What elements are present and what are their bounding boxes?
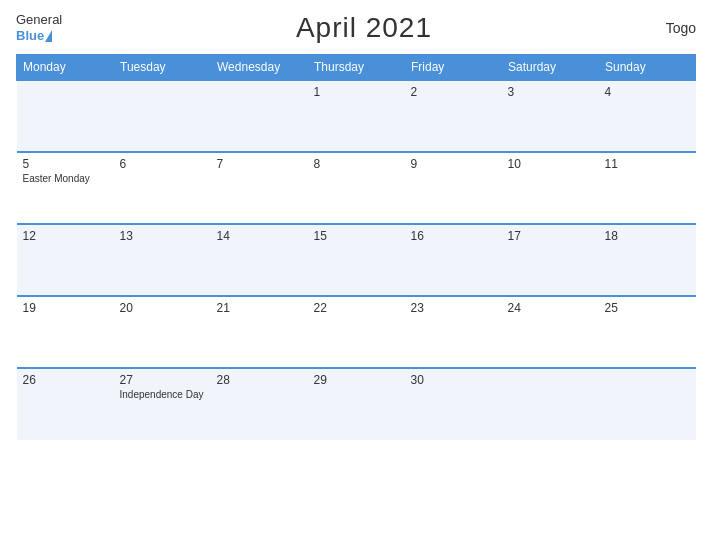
calendar-cell: 17 xyxy=(502,224,599,296)
day-number: 6 xyxy=(120,157,205,171)
logo: General Blue xyxy=(16,13,62,42)
day-number: 12 xyxy=(23,229,108,243)
calendar-week-row: 19202122232425 xyxy=(17,296,696,368)
calendar-cell: 26 xyxy=(17,368,114,440)
day-number: 14 xyxy=(217,229,302,243)
day-number: 18 xyxy=(605,229,690,243)
event-label: Independence Day xyxy=(120,389,205,400)
day-number: 30 xyxy=(411,373,496,387)
calendar-cell: 16 xyxy=(405,224,502,296)
header-friday: Friday xyxy=(405,55,502,81)
header-wednesday: Wednesday xyxy=(211,55,308,81)
calendar-cell: 18 xyxy=(599,224,696,296)
calendar-cell: 27Independence Day xyxy=(114,368,211,440)
day-number: 10 xyxy=(508,157,593,171)
header-thursday: Thursday xyxy=(308,55,405,81)
day-number: 1 xyxy=(314,85,399,99)
day-number: 23 xyxy=(411,301,496,315)
calendar-cell: 13 xyxy=(114,224,211,296)
calendar-cell: 12 xyxy=(17,224,114,296)
calendar-cell xyxy=(17,80,114,152)
day-number: 8 xyxy=(314,157,399,171)
day-number: 7 xyxy=(217,157,302,171)
day-number: 22 xyxy=(314,301,399,315)
calendar-title: April 2021 xyxy=(296,12,432,44)
country-label: Togo xyxy=(666,20,696,36)
calendar-cell: 4 xyxy=(599,80,696,152)
calendar-cell: 1 xyxy=(308,80,405,152)
header-sunday: Sunday xyxy=(599,55,696,81)
day-number: 26 xyxy=(23,373,108,387)
calendar-cell: 10 xyxy=(502,152,599,224)
day-number: 15 xyxy=(314,229,399,243)
logo-general-text: General xyxy=(16,13,62,27)
calendar-cell: 21 xyxy=(211,296,308,368)
day-number: 25 xyxy=(605,301,690,315)
day-number: 21 xyxy=(217,301,302,315)
day-number: 29 xyxy=(314,373,399,387)
day-number: 11 xyxy=(605,157,690,171)
calendar-week-row: 1234 xyxy=(17,80,696,152)
day-number: 16 xyxy=(411,229,496,243)
calendar-container: General Blue April 2021 Togo Monday Tues… xyxy=(0,0,712,550)
day-number: 28 xyxy=(217,373,302,387)
calendar-cell xyxy=(211,80,308,152)
calendar-week-row: 12131415161718 xyxy=(17,224,696,296)
calendar-cell: 28 xyxy=(211,368,308,440)
calendar-cell: 2 xyxy=(405,80,502,152)
calendar-cell: 19 xyxy=(17,296,114,368)
calendar-header: General Blue April 2021 Togo xyxy=(16,12,696,44)
day-number: 20 xyxy=(120,301,205,315)
day-number: 3 xyxy=(508,85,593,99)
calendar-cell: 11 xyxy=(599,152,696,224)
calendar-cell xyxy=(502,368,599,440)
calendar-cell: 8 xyxy=(308,152,405,224)
calendar-cell: 7 xyxy=(211,152,308,224)
calendar-cell: 22 xyxy=(308,296,405,368)
weekday-header-row: Monday Tuesday Wednesday Thursday Friday… xyxy=(17,55,696,81)
day-number: 5 xyxy=(23,157,108,171)
calendar-cell: 15 xyxy=(308,224,405,296)
day-number: 17 xyxy=(508,229,593,243)
calendar-cell: 25 xyxy=(599,296,696,368)
calendar-cell: 23 xyxy=(405,296,502,368)
calendar-cell xyxy=(599,368,696,440)
calendar-cell: 6 xyxy=(114,152,211,224)
calendar-cell: 29 xyxy=(308,368,405,440)
day-number: 9 xyxy=(411,157,496,171)
calendar-cell: 20 xyxy=(114,296,211,368)
calendar-table: Monday Tuesday Wednesday Thursday Friday… xyxy=(16,54,696,440)
day-number: 27 xyxy=(120,373,205,387)
day-number: 19 xyxy=(23,301,108,315)
header-tuesday: Tuesday xyxy=(114,55,211,81)
logo-triangle-icon xyxy=(45,30,52,42)
calendar-cell: 24 xyxy=(502,296,599,368)
day-number: 24 xyxy=(508,301,593,315)
event-label: Easter Monday xyxy=(23,173,108,184)
calendar-cell xyxy=(114,80,211,152)
calendar-cell: 30 xyxy=(405,368,502,440)
header-saturday: Saturday xyxy=(502,55,599,81)
day-number: 4 xyxy=(605,85,690,99)
calendar-cell: 9 xyxy=(405,152,502,224)
calendar-cell: 14 xyxy=(211,224,308,296)
calendar-cell: 3 xyxy=(502,80,599,152)
logo-blue-text: Blue xyxy=(16,28,44,43)
day-number: 13 xyxy=(120,229,205,243)
day-number: 2 xyxy=(411,85,496,99)
calendar-week-row: 2627Independence Day282930 xyxy=(17,368,696,440)
calendar-week-row: 5Easter Monday67891011 xyxy=(17,152,696,224)
header-monday: Monday xyxy=(17,55,114,81)
calendar-cell: 5Easter Monday xyxy=(17,152,114,224)
